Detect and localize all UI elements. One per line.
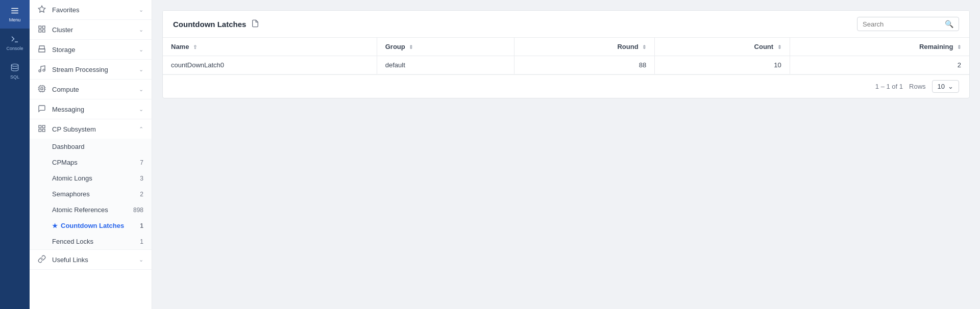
- sidebar-item-countdown-latches[interactable]: ★ Countdown Latches 1: [30, 218, 152, 234]
- countdown-latches-panel: Countdown Latches 🔍 Name ⇧: [162, 10, 970, 98]
- panel-header: Countdown Latches 🔍: [163, 11, 969, 38]
- svg-rect-7: [42, 26, 45, 29]
- svg-point-4: [11, 64, 18, 67]
- sidebar-compute-section: Compute ⌄: [30, 80, 152, 99]
- cpmaps-badge: 7: [140, 159, 143, 166]
- messaging-icon: [38, 105, 47, 114]
- semaphores-badge: 2: [140, 191, 143, 198]
- col-count[interactable]: Count ⇕: [655, 38, 790, 56]
- countdown-latches-table: Name ⇧ Group ⇕ Round ⇕ Count: [163, 38, 969, 74]
- search-box[interactable]: 🔍: [857, 17, 959, 31]
- sidebar-favorites-section: Favorites ⌄: [30, 0, 152, 20]
- atomic-references-badge: 898: [133, 207, 143, 214]
- sql-icon: [10, 63, 19, 72]
- cpmaps-label: CPMaps: [52, 159, 78, 166]
- sidebar-storage-label: Storage: [52, 46, 139, 54]
- sidebar-item-stream-processing[interactable]: Stream Processing ⌄: [30, 60, 152, 79]
- svg-rect-9: [42, 30, 45, 32]
- sidebar-cluster-section: Cluster ⌄: [30, 20, 152, 40]
- sidebar: Favorites ⌄ Cluster ⌄ Storage ⌄ Stream P…: [30, 0, 152, 309]
- sidebar-item-cpmaps[interactable]: CPMaps 7: [30, 154, 152, 170]
- countdown-star-icon: ★: [52, 222, 58, 229]
- col-remaining-label: Remaining: [919, 43, 953, 50]
- col-remaining[interactable]: Remaining ⇕: [790, 38, 969, 56]
- stream-chevron: ⌄: [139, 66, 143, 73]
- rows-label: Rows: [909, 83, 926, 90]
- storage-chevron: ⌄: [139, 46, 143, 53]
- table-header-row: Name ⇧ Group ⇕ Round ⇕ Count: [163, 38, 969, 56]
- cell-remaining: 2: [790, 56, 969, 74]
- sidebar-item-messaging[interactable]: Messaging ⌄: [30, 99, 152, 119]
- menu-label: Menu: [9, 17, 21, 22]
- countdown-latches-badge: 1: [140, 222, 143, 229]
- star-icon: [38, 5, 47, 14]
- compute-chevron: ⌄: [139, 86, 143, 93]
- pagination: 1 – 1 of 1 Rows 10 ⌄: [163, 74, 969, 98]
- sidebar-item-fenced-locks[interactable]: Fenced Locks 1: [30, 234, 152, 249]
- sidebar-item-atomic-references[interactable]: Atomic References 898: [30, 202, 152, 218]
- rows-chevron-icon: ⌄: [948, 83, 953, 90]
- sidebar-item-atomic-longs[interactable]: Atomic Longs 3: [30, 170, 152, 186]
- dashboard-label: Dashboard: [52, 143, 85, 150]
- svg-rect-6: [39, 26, 41, 29]
- sidebar-cluster-label: Cluster: [52, 26, 139, 34]
- svg-rect-8: [39, 30, 41, 32]
- col-name-label: Name: [171, 43, 189, 50]
- cp-sub-items: Dashboard CPMaps 7 Atomic Longs 3 Semaph…: [30, 139, 152, 249]
- sidebar-compute-label: Compute: [52, 86, 139, 93]
- compute-icon: [38, 85, 47, 94]
- remaining-sort-icon: ⇕: [957, 44, 961, 50]
- table-container: Name ⇧ Group ⇕ Round ⇕ Count: [163, 38, 969, 74]
- console-icon: [10, 35, 19, 44]
- sidebar-cp-section: CP Subsystem ⌃ Dashboard CPMaps 7 Atomic…: [30, 119, 152, 250]
- search-input[interactable]: [863, 20, 945, 28]
- round-sort-icon: ⇕: [642, 44, 646, 50]
- svg-rect-12: [39, 86, 45, 92]
- sidebar-item-useful-links[interactable]: Useful Links ⌄: [30, 250, 152, 269]
- sql-icon-bar-item[interactable]: SQL: [0, 57, 30, 86]
- sidebar-item-dashboard[interactable]: Dashboard: [30, 139, 152, 154]
- cell-round: 88: [514, 56, 655, 74]
- sidebar-item-favorites[interactable]: Favorites ⌄: [30, 0, 152, 19]
- sidebar-storage-section: Storage ⌄: [30, 40, 152, 60]
- panel-doc-icon[interactable]: [251, 19, 259, 29]
- count-sort-icon: ⇕: [777, 44, 781, 50]
- useful-links-label: Useful Links: [52, 256, 139, 264]
- col-round[interactable]: Round ⇕: [514, 38, 655, 56]
- svg-rect-24: [39, 129, 41, 132]
- table-row[interactable]: countDownLatch0 default 88 10 2: [163, 56, 969, 74]
- col-group[interactable]: Group ⇕: [377, 38, 514, 56]
- sidebar-item-storage[interactable]: Storage ⌄: [30, 40, 152, 59]
- sidebar-item-compute[interactable]: Compute ⌄: [30, 80, 152, 99]
- name-sort-icon: ⇧: [193, 44, 197, 50]
- col-group-label: Group: [385, 43, 405, 50]
- console-label: Console: [6, 46, 23, 51]
- sidebar-item-cluster[interactable]: Cluster ⌄: [30, 20, 152, 39]
- sql-label: SQL: [10, 74, 19, 80]
- group-sort-icon: ⇕: [409, 44, 413, 50]
- fenced-locks-label: Fenced Locks: [52, 238, 93, 245]
- svg-point-10: [39, 70, 41, 72]
- messaging-chevron: ⌄: [139, 106, 143, 113]
- svg-rect-0: [11, 8, 18, 9]
- svg-rect-25: [42, 129, 45, 132]
- useful-links-chevron: ⌄: [139, 256, 143, 263]
- col-count-label: Count: [754, 43, 774, 50]
- svg-marker-5: [38, 6, 45, 12]
- rows-per-page-select[interactable]: 10 ⌄: [932, 80, 959, 93]
- cluster-chevron: ⌄: [139, 27, 143, 33]
- main-content: Countdown Latches 🔍 Name ⇧: [152, 0, 980, 309]
- icon-bar: Menu Console SQL: [0, 0, 30, 309]
- menu-icon-bar-item[interactable]: Menu: [0, 0, 30, 29]
- svg-rect-13: [41, 88, 43, 90]
- fenced-locks-badge: 1: [140, 238, 143, 245]
- panel-title: Countdown Latches: [173, 20, 246, 29]
- sidebar-favorites-label: Favorites: [52, 6, 139, 14]
- col-name[interactable]: Name ⇧: [163, 38, 377, 56]
- svg-rect-2: [11, 13, 18, 14]
- storage-icon: [38, 45, 47, 54]
- svg-rect-22: [39, 125, 41, 128]
- console-icon-bar-item[interactable]: Console: [0, 29, 30, 57]
- sidebar-item-semaphores[interactable]: Semaphores 2: [30, 186, 152, 202]
- sidebar-item-cp-subsystem[interactable]: CP Subsystem ⌃: [30, 119, 152, 139]
